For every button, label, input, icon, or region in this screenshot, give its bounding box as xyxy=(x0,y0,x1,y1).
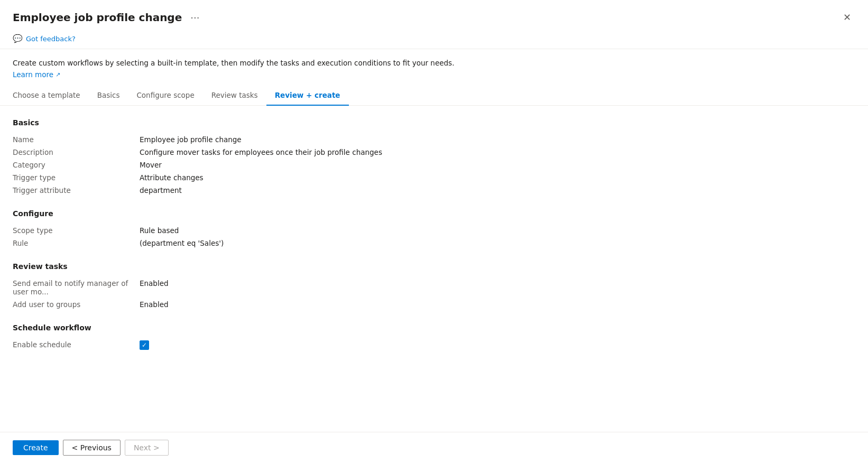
configure-rule-value: (department eq 'Sales') xyxy=(140,239,855,247)
feedback-bar: 💬 Got feedback? xyxy=(0,31,868,49)
tab-choose-template[interactable]: Choose a template xyxy=(13,87,89,106)
feedback-link[interactable]: 💬 Got feedback? xyxy=(13,34,76,43)
review-tasks-email-value: Enabled xyxy=(140,279,855,288)
basics-triggertype-label: Trigger type xyxy=(13,173,140,182)
schedule-workflow-title: Schedule workflow xyxy=(13,323,855,332)
tab-configure-scope[interactable]: Configure scope xyxy=(128,87,202,106)
review-tasks-addgroup-value: Enabled xyxy=(140,300,855,309)
create-button[interactable]: Create xyxy=(13,440,59,455)
basics-description-label: Description xyxy=(13,148,140,156)
configure-section: Configure Scope type Rule based Rule (de… xyxy=(13,209,855,249)
configure-rule-label: Rule xyxy=(13,239,140,247)
header-left: Employee job profile change ··· xyxy=(13,11,202,24)
basics-triggertype-row: Trigger type Attribute changes xyxy=(13,171,855,184)
review-tasks-email-row: Send email to notify manager of user mo.… xyxy=(13,277,855,298)
basics-name-label: Name xyxy=(13,135,140,144)
enable-schedule-checkbox-container: ✓ xyxy=(140,340,855,350)
checkmark-icon: ✓ xyxy=(142,342,147,348)
review-tasks-section-title: Review tasks xyxy=(13,262,855,271)
configure-rule-row: Rule (department eq 'Sales') xyxy=(13,237,855,249)
feedback-icon: 💬 xyxy=(13,34,23,43)
description-text: Create custom workflows by selecting a b… xyxy=(13,58,855,68)
schedule-enable-value: ✓ xyxy=(140,340,855,350)
basics-triggerattr-row: Trigger attribute department xyxy=(13,184,855,197)
basics-triggerattr-value: department xyxy=(140,186,855,195)
review-tasks-addgroup-label: Add user to groups xyxy=(13,300,140,309)
basics-category-label: Category xyxy=(13,161,140,169)
review-tasks-addgroup-row: Add user to groups Enabled xyxy=(13,298,855,311)
enable-schedule-checkbox[interactable]: ✓ xyxy=(140,340,149,350)
learn-more-label: Learn more xyxy=(13,70,53,79)
content-area: Basics Name Employee job profile change … xyxy=(0,106,868,432)
next-button: Next > xyxy=(125,440,169,456)
external-link-icon: ↗ xyxy=(56,71,60,78)
schedule-workflow-section: Schedule workflow Enable schedule ✓ xyxy=(13,323,855,352)
review-tasks-section: Review tasks Send email to notify manage… xyxy=(13,262,855,311)
tab-basics[interactable]: Basics xyxy=(89,87,128,106)
configure-scopetype-label: Scope type xyxy=(13,226,140,235)
close-button[interactable]: ✕ xyxy=(839,10,855,25)
schedule-enable-label: Enable schedule xyxy=(13,340,140,349)
configure-scopetype-row: Scope type Rule based xyxy=(13,224,855,237)
basics-name-value: Employee job profile change xyxy=(140,135,855,144)
review-tasks-email-label: Send email to notify manager of user mo.… xyxy=(13,279,140,296)
dialog-header: Employee job profile change ··· ✕ xyxy=(0,0,868,31)
dialog-title: Employee job profile change xyxy=(13,11,182,24)
description-area: Create custom workflows by selecting a b… xyxy=(0,49,868,83)
tab-review-create[interactable]: Review + create xyxy=(266,87,349,106)
previous-button[interactable]: < Previous xyxy=(63,440,121,456)
basics-description-row: Description Configure mover tasks for em… xyxy=(13,146,855,159)
footer: Create < Previous Next > xyxy=(0,432,868,463)
basics-description-value: Configure mover tasks for employees once… xyxy=(140,148,855,156)
basics-category-row: Category Mover xyxy=(13,159,855,171)
configure-scopetype-value: Rule based xyxy=(140,226,855,235)
configure-section-title: Configure xyxy=(13,209,855,218)
basics-category-value: Mover xyxy=(140,161,855,169)
wizard-tabs: Choose a template Basics Configure scope… xyxy=(0,86,868,106)
learn-more-link[interactable]: Learn more ↗ xyxy=(13,70,60,79)
feedback-label: Got feedback? xyxy=(26,35,76,43)
basics-section: Basics Name Employee job profile change … xyxy=(13,118,855,197)
more-options-icon[interactable]: ··· xyxy=(187,11,202,24)
schedule-enable-row: Enable schedule ✓ xyxy=(13,338,855,352)
basics-triggertype-value: Attribute changes xyxy=(140,173,855,182)
basics-section-title: Basics xyxy=(13,118,855,127)
basics-name-row: Name Employee job profile change xyxy=(13,133,855,146)
basics-triggerattr-label: Trigger attribute xyxy=(13,186,140,195)
tab-review-tasks[interactable]: Review tasks xyxy=(203,87,266,106)
